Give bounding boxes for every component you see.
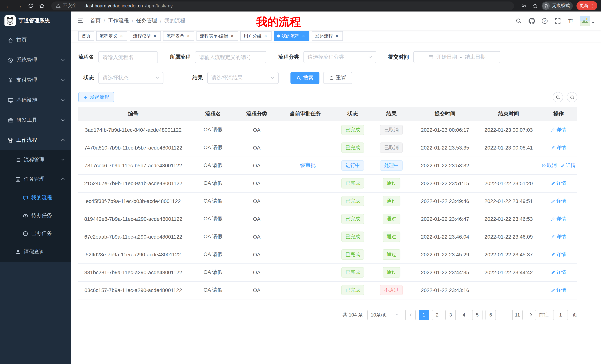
more-pages-button[interactable]: ··· <box>499 310 509 320</box>
prev-page-button[interactable] <box>405 310 416 320</box>
app: 芋道管理系统 首页 系统管理 支付管理 基础设施 <box>0 11 601 364</box>
sidebar-item-done-tasks[interactable]: 已办任务 <box>0 224 71 242</box>
status-select[interactable]: 请选择状态 <box>99 72 163 84</box>
close-icon[interactable] <box>230 33 235 38</box>
page-button[interactable]: 6 <box>485 310 496 320</box>
tab-process-form-edit[interactable]: 流程表单-编辑 <box>197 31 238 41</box>
result-select[interactable]: 请选择流结果 <box>207 72 279 84</box>
workflow-submenu: 流程管理 任务管理 我的流程 待办任务 已办 <box>0 150 71 262</box>
sidebar-item-dev-tools[interactable]: 研发工具 <box>0 110 71 130</box>
page-button[interactable]: 1 <box>419 310 429 320</box>
update-button[interactable]: 更新 <box>576 1 597 10</box>
start-date[interactable]: 开始日期 <box>436 54 457 60</box>
sidebar-item-workflow[interactable]: 工作流程 <box>0 130 71 150</box>
breadcrumb-item[interactable]: 首页 <box>90 18 101 24</box>
detail-link[interactable]: 详情 <box>551 126 566 133</box>
page-button[interactable]: 5 <box>472 310 482 320</box>
sidebar-item-task-management[interactable]: 任务管理 <box>0 170 71 189</box>
detail-link[interactable]: 详情 <box>551 287 566 294</box>
result-tag: 通过 <box>382 178 400 189</box>
total-count: 共 104 条 <box>342 312 363 318</box>
tab-process-form[interactable]: 流程表单 <box>163 31 194 41</box>
home-icon[interactable] <box>37 1 46 10</box>
page-jump-input[interactable] <box>553 310 568 320</box>
user-menu[interactable] <box>580 16 595 26</box>
category-select[interactable]: 请选择流程分类 <box>303 51 376 63</box>
reset-button[interactable]: 重置 <box>323 72 352 84</box>
chevron-right-icon <box>529 313 533 317</box>
close-icon[interactable] <box>334 33 340 38</box>
detail-link[interactable]: 详情 <box>551 180 566 187</box>
sidebar-item-todo-tasks[interactable]: 待办任务 <box>0 207 71 224</box>
chevron-up-icon <box>61 176 65 182</box>
detail-link[interactable]: 详情 <box>551 198 566 204</box>
page-size-select[interactable]: 10条/页 <box>367 310 402 320</box>
search-button[interactable]: 搜索 <box>290 72 320 84</box>
close-icon[interactable] <box>152 33 158 38</box>
sidebar-item-payment-management[interactable]: 支付管理 <box>0 70 71 90</box>
process-definition-input[interactable] <box>199 54 262 60</box>
back-icon[interactable]: ← <box>4 1 13 10</box>
detail-link[interactable]: 详情 <box>551 251 566 258</box>
font-size-icon[interactable]: TT <box>567 17 574 25</box>
tab-process-model[interactable]: 流程模型 <box>130 31 161 41</box>
github-icon[interactable] <box>528 17 535 25</box>
close-icon[interactable] <box>186 33 191 38</box>
page-button[interactable]: 11 <box>512 310 523 320</box>
sidebar: 芋道管理系统 首页 系统管理 支付管理 基础设施 <box>0 11 71 364</box>
detail-link[interactable]: 详情 <box>551 269 566 276</box>
tab-home[interactable]: 首页 <box>78 31 94 41</box>
page-button[interactable]: 3 <box>445 310 456 320</box>
page-button[interactable]: 4 <box>459 310 469 320</box>
approval-task-link[interactable]: 一级审批 <box>295 162 316 168</box>
sidebar-item-system-management[interactable]: 系统管理 <box>0 50 71 70</box>
eye-icon <box>22 213 28 219</box>
chevron-down-icon <box>61 117 65 123</box>
logo[interactable]: 芋道管理系统 <box>0 11 71 30</box>
status-tag: 已完成 <box>341 231 364 242</box>
refresh-button[interactable] <box>567 92 577 102</box>
sidebar-item-process-management[interactable]: 流程管理 <box>0 150 71 170</box>
key-icon[interactable] <box>519 1 528 10</box>
reload-icon[interactable] <box>26 1 35 10</box>
search-icon[interactable] <box>515 17 522 25</box>
table-row: 819442e8-7b9a-11ec-a290-acde48001122 OA … <box>78 210 577 228</box>
end-date[interactable]: 结束日期 <box>465 54 486 60</box>
detail-link[interactable]: 详情 <box>551 216 566 222</box>
close-icon[interactable] <box>301 33 306 38</box>
detail-link[interactable]: 详情 <box>551 144 566 151</box>
table-row: 7470a810-7b9b-11ec-b5b7-acde48001122 OA … <box>78 139 577 157</box>
date-range-picker[interactable]: 开始日期 - 结束日期 <box>413 51 500 63</box>
edit-icon <box>551 199 555 203</box>
tab-initiate-process[interactable]: 发起流程 <box>312 31 343 41</box>
url-domain: dashboard.yudao.iocoder.cn <box>84 3 143 8</box>
tab-process-definition[interactable]: 流程定义 <box>96 31 127 41</box>
hamburger-icon[interactable] <box>77 17 84 25</box>
detail-link[interactable]: 详情 <box>551 233 566 240</box>
detail-link[interactable]: 详情 <box>560 162 576 169</box>
breadcrumb-item[interactable]: 工作流程 <box>108 18 129 24</box>
active-dot <box>277 35 280 38</box>
column-header: 当前审批任务 <box>275 107 335 121</box>
help-icon[interactable]: ? <box>541 17 548 25</box>
sidebar-item-infrastructure[interactable]: 基础设施 <box>0 90 71 110</box>
address-bar[interactable]: 不安全 dashboard.yudao.iocoder.cn/bpm/task/… <box>51 1 514 10</box>
forward-icon[interactable]: → <box>15 1 24 10</box>
tab-my-process[interactable]: 我的流程 <box>274 31 310 41</box>
sidebar-item-home[interactable]: 首页 <box>0 30 71 50</box>
process-name-input[interactable] <box>102 54 154 60</box>
close-icon[interactable] <box>263 33 268 38</box>
search-toggle-button[interactable] <box>553 92 563 102</box>
page-button[interactable]: 2 <box>432 310 442 320</box>
close-icon[interactable] <box>119 33 124 38</box>
next-page-button[interactable] <box>526 310 536 320</box>
sidebar-item-leave-query[interactable]: 请假查询 <box>0 242 71 262</box>
fullscreen-icon[interactable] <box>554 17 561 25</box>
initiate-process-button[interactable]: 发起流程 <box>78 92 114 102</box>
tab-user-group[interactable]: 用户分组 <box>240 31 271 41</box>
breadcrumb-item[interactable]: 任务管理 <box>136 18 157 24</box>
edit-icon <box>551 217 555 221</box>
star-icon[interactable] <box>531 1 539 10</box>
cancel-link[interactable]: 取消 <box>541 162 557 169</box>
sidebar-item-my-process[interactable]: 我的流程 <box>0 189 71 207</box>
